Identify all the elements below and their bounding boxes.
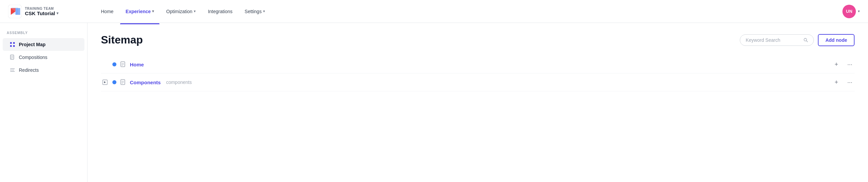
- logo-area: TRAINING TEAM CSK Tutorial ▾: [8, 5, 96, 18]
- svg-marker-3: [16, 8, 20, 15]
- sidebar-item-label-redirects: Redirects: [19, 68, 39, 73]
- row-label-components[interactable]: Components: [130, 80, 161, 85]
- row-more-home[interactable]: ···: [845, 60, 855, 69]
- app-logo[interactable]: [8, 5, 22, 18]
- row-add-components[interactable]: +: [832, 78, 841, 87]
- sitemap-row-components: Components components + ···: [101, 74, 855, 91]
- row-dot-components: [112, 80, 116, 84]
- sidebar-section-label: ASSEMBLY: [0, 31, 87, 38]
- nav-item-home[interactable]: Home: [96, 6, 119, 17]
- settings-chevron: ▾: [263, 9, 265, 14]
- main-content: Sitemap Add node ▶: [88, 23, 868, 182]
- svg-rect-5: [10, 42, 12, 44]
- search-box[interactable]: [740, 34, 814, 46]
- row-label-home[interactable]: Home: [130, 62, 144, 68]
- svg-line-17: [806, 41, 808, 42]
- row-expand-components[interactable]: [101, 78, 109, 86]
- optimization-chevron: ▾: [194, 9, 196, 14]
- row-more-components[interactable]: ···: [845, 78, 855, 87]
- row-slug-components: components: [166, 80, 192, 85]
- row-add-home[interactable]: +: [832, 60, 841, 69]
- page-title: Sitemap: [101, 34, 143, 46]
- search-input[interactable]: [746, 37, 801, 43]
- user-avatar[interactable]: UN: [842, 5, 856, 18]
- sidebar-item-redirects[interactable]: Redirects: [3, 64, 85, 77]
- row-actions-components: + ···: [832, 78, 855, 87]
- sitemap-row-home: ▶ Home + ···: [101, 56, 855, 74]
- lines-icon: [9, 67, 16, 73]
- nav-item-optimization[interactable]: Optimization ▾: [161, 6, 201, 17]
- team-label: TRAINING TEAM: [25, 7, 59, 10]
- row-dot-home: [112, 62, 116, 67]
- search-icon: [803, 37, 808, 43]
- main-header: Sitemap Add node: [101, 34, 855, 46]
- header-actions: Add node: [740, 34, 855, 46]
- top-nav: TRAINING TEAM CSK Tutorial ▾ Home Experi…: [0, 0, 868, 23]
- sidebar: ASSEMBLY Project Map: [0, 23, 88, 182]
- doc-icon: [9, 54, 16, 60]
- nav-links: Home Experience ▾ Optimization ▾ Integra…: [96, 6, 842, 17]
- row-doc-icon-home: [120, 61, 126, 68]
- row-doc-icon-components: [120, 79, 126, 86]
- sidebar-item-label-project-map: Project Map: [19, 42, 45, 47]
- experience-chevron: ▾: [152, 9, 154, 14]
- row-actions-home: + ···: [832, 60, 855, 69]
- svg-rect-8: [13, 45, 15, 47]
- sidebar-item-compositions[interactable]: Compositions: [3, 51, 85, 64]
- nav-item-experience[interactable]: Experience ▾: [120, 6, 159, 17]
- app-name[interactable]: CSK Tutorial ▾: [25, 10, 59, 16]
- user-chevron[interactable]: ▾: [858, 9, 860, 14]
- add-node-button[interactable]: Add node: [818, 34, 855, 46]
- sidebar-item-project-map[interactable]: Project Map: [3, 38, 85, 51]
- svg-rect-6: [13, 42, 15, 44]
- nav-item-settings[interactable]: Settings ▾: [239, 6, 271, 17]
- nav-item-integrations[interactable]: Integrations: [203, 6, 238, 17]
- app-body: ASSEMBLY Project Map: [0, 23, 868, 182]
- grid-icon: [9, 42, 16, 48]
- brand-chevron: ▾: [57, 11, 59, 16]
- svg-marker-23: [104, 81, 106, 83]
- sidebar-item-label-compositions: Compositions: [19, 55, 48, 60]
- brand-text: TRAINING TEAM CSK Tutorial ▾: [25, 7, 59, 16]
- svg-rect-7: [10, 45, 12, 47]
